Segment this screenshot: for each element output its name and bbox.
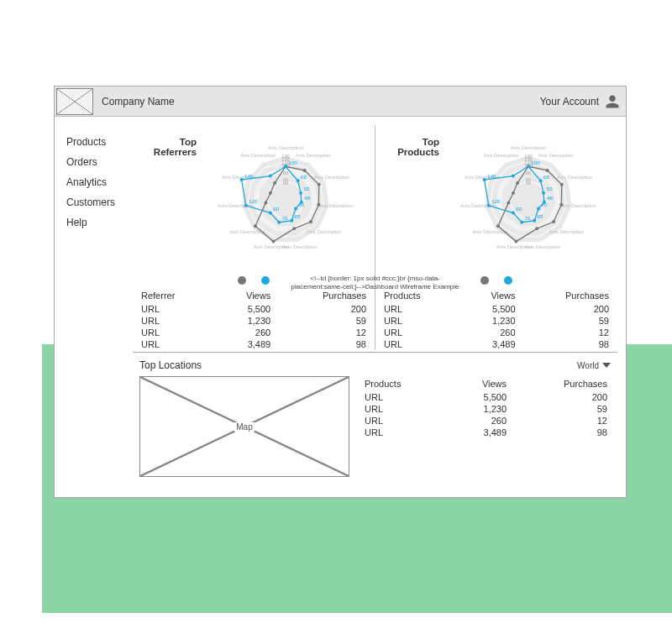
svg-text:50: 50 [303,186,309,191]
table-cell: 200 [274,303,370,315]
svg-text:Axis Description: Axis Description [240,153,276,158]
svg-point-102 [533,219,536,223]
svg-text:65: 65 [538,213,543,219]
svg-point-87 [560,183,564,186]
table-cell: URL [361,427,448,438]
table-row: URL26012 [138,327,370,338]
svg-text:Axis Description: Axis Description [254,244,289,249]
sidebar-item-analytics[interactable]: Analytics [63,172,133,192]
svg-text:Axis Description: Axis Description [307,229,342,234]
panel-title-referrers: Top Referrers [138,128,202,271]
panel-referrers: Top Referrers 506080100110120130Axis Des… [133,125,375,350]
col-purchases: Purchases [510,378,611,391]
table-cell: 3,489 [215,338,274,350]
svg-text:120: 120 [249,198,258,204]
table-cell: URL [361,403,448,415]
table-cell: 98 [519,338,612,350]
table-cell: 59 [274,315,370,327]
table-cell: 1,230 [215,315,274,327]
svg-text:60: 60 [526,177,532,182]
svg-text:50: 50 [546,186,552,191]
svg-point-36 [273,181,276,185]
chevron-down-icon [602,363,611,368]
table-row: URL1,23059 [361,403,611,415]
svg-text:100: 100 [288,160,297,165]
table-cell: URL [138,315,215,327]
svg-point-86 [546,169,549,172]
radar-svg: 506080100110120130Axis DescriptionAxis D… [202,128,370,271]
chart-panels: Top Referrers 506080100110120130Axis Des… [133,125,617,350]
main-content: Top Referrers 506080100110120130Axis Des… [133,125,617,485]
svg-point-89 [552,220,555,223]
legend-dot-gray [238,276,246,285]
svg-text:130: 130 [281,154,290,159]
app-window: Company Name Your Account Products Order… [54,86,627,498]
panel-title-products: Top Products [381,128,444,271]
sidebar-item-help[interactable]: Help [63,212,133,233]
legend-dot-gray [480,276,489,285]
table-cell: 3,489 [461,338,519,350]
table-cell: 200 [510,391,611,403]
svg-text:Axis Description: Axis Description [314,175,349,180]
locations-title: Top Locations [139,359,202,371]
svg-text:40: 40 [541,202,547,207]
sidebar-item-products[interactable]: Products [63,132,133,152]
svg-text:130: 130 [524,154,533,159]
tbody-locations: URL5,500200URL1,23059URL26012URL3,48998 [361,391,611,438]
table-cell: 1,230 [461,315,519,327]
panel-products: Top Products 506080100110120130Axis Desc… [375,125,617,350]
table-row: URL3,48998 [361,427,611,438]
user-icon[interactable] [604,93,621,110]
svg-point-33 [254,224,257,228]
logo-placeholder [56,88,93,115]
table-cell: URL [138,327,215,338]
svg-text:68: 68 [543,174,549,180]
table-cell: 200 [519,303,612,315]
svg-text:Axis Description: Axis Description [557,175,592,180]
svg-text:48: 48 [547,195,553,201]
svg-point-90 [535,227,538,230]
table-cell: 1,230 [448,403,510,415]
table-cell: 98 [510,427,611,438]
table-row: URL1,23059 [381,315,612,327]
sidebar-item-orders[interactable]: Orders [63,152,133,172]
table-cell: URL [381,315,461,327]
world-dropdown-label: World [577,361,599,370]
map-label: Map [234,422,254,432]
svg-point-105 [487,204,491,207]
svg-point-92 [496,224,500,228]
table-row: URL26012 [381,327,612,338]
svg-point-35 [269,191,272,195]
table-row: URL3,48998 [381,338,612,350]
svg-text:Axis Description: Axis Description [549,229,585,234]
svg-point-94 [512,191,515,195]
svg-text:80: 80 [526,170,532,175]
svg-text:Axis Description: Axis Description [296,153,331,158]
svg-text:Axis Description: Axis Description [483,153,518,158]
table-cell: URL [361,391,448,403]
sidebar-item-customers[interactable]: Customers [63,192,133,212]
col-purchases: Purchases [519,290,612,303]
table-row: URL3,48998 [138,338,370,350]
world-dropdown[interactable]: World [577,361,611,370]
legend-dot-blue [261,276,270,285]
table-row: URL1,23059 [138,315,370,327]
svg-point-95 [516,181,519,185]
svg-text:80: 80 [283,170,289,175]
tbody-products: URL5,500200URL1,23059URL26012URL3,48998 [381,303,612,350]
table-cell: 5,500 [215,303,274,315]
svg-point-99 [542,191,545,195]
svg-point-40 [299,191,302,195]
table-cell: URL [138,303,215,315]
svg-text:Axis Description: Axis Description [538,153,574,158]
svg-point-97 [527,165,530,168]
svg-point-93 [507,201,510,204]
table-cell: 260 [461,327,519,338]
svg-text:120: 120 [491,198,501,204]
radar-chart-products: 506080100110120130Axis DescriptionAxis D… [444,128,612,271]
svg-point-31 [292,227,296,230]
svg-text:60: 60 [273,206,279,212]
svg-text:Axis Description: Axis Description [218,203,253,208]
svg-point-47 [240,178,244,181]
account-link[interactable]: Your Account [540,96,599,107]
